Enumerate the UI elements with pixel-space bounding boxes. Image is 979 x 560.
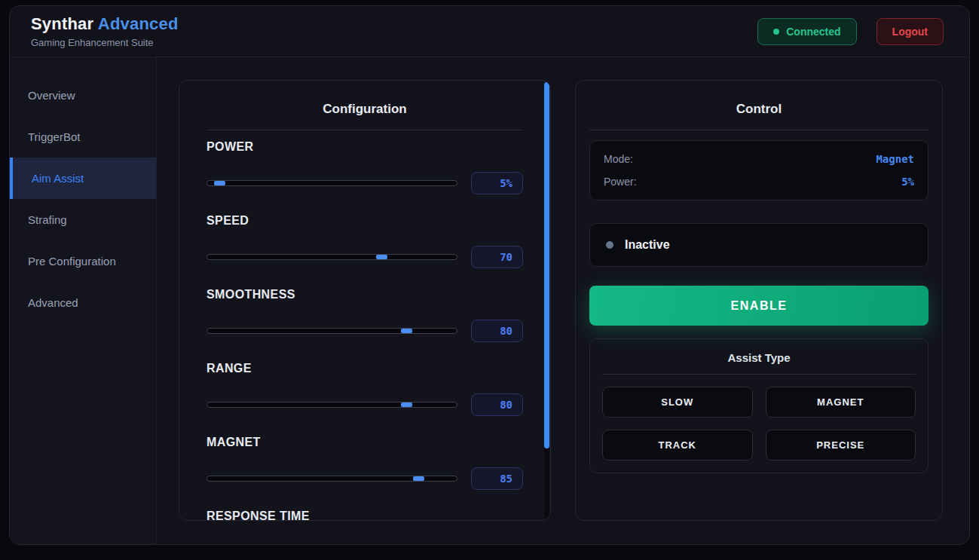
header: Synthar Advanced Gaming Enhancement Suit… xyxy=(10,6,969,57)
assist-type-title: Assist Type xyxy=(602,350,916,364)
slider-group: RANGE 80 xyxy=(207,362,523,416)
config-scrollbar-track[interactable] xyxy=(544,82,549,520)
slider-thumb[interactable] xyxy=(401,402,412,407)
logout-button[interactable]: Logout xyxy=(877,18,944,45)
info-row: Power: 5% xyxy=(604,176,914,188)
configuration-divider xyxy=(207,130,523,130)
connection-status-badge: Connected xyxy=(757,18,856,45)
slider-track[interactable] xyxy=(207,254,457,260)
assist-type-button[interactable]: SLOW xyxy=(602,387,753,418)
assist-type-button[interactable]: PRECISE xyxy=(766,430,916,461)
info-label: Power: xyxy=(604,176,637,188)
slider-group: RESPONSE TIME xyxy=(207,510,523,521)
configuration-title: Configuration xyxy=(207,81,523,117)
slider-row: 80 xyxy=(207,320,523,342)
app-window: Synthar Advanced Gaming Enhancement Suit… xyxy=(9,5,970,545)
slider-thumb[interactable] xyxy=(214,181,225,185)
assist-type-button[interactable]: MAGNET xyxy=(766,387,916,418)
sidebar-item[interactable]: TriggerBot xyxy=(10,116,156,158)
slider-track[interactable] xyxy=(207,402,457,408)
status-dot-icon xyxy=(606,241,613,249)
slider-list: POWER 5% SPEED xyxy=(207,140,523,521)
slider-group: SMOOTHNESS 80 xyxy=(207,288,523,342)
slider-label: POWER xyxy=(207,140,523,154)
sidebar-item[interactable]: Overview xyxy=(10,75,156,116)
slider-value-badge: 80 xyxy=(471,393,523,416)
slider-value-badge: 5% xyxy=(471,172,523,194)
slider-thumb[interactable] xyxy=(401,329,412,333)
slider-row: 85 xyxy=(207,467,523,490)
slider-group: MAGNET 85 xyxy=(207,436,523,490)
slider-track[interactable] xyxy=(207,476,457,482)
control-divider xyxy=(589,130,929,130)
status-text: Inactive xyxy=(625,238,670,252)
main-content: Configuration POWER 5% xyxy=(157,57,969,544)
info-value: 5% xyxy=(901,176,914,188)
sidebar-item[interactable]: Advanced xyxy=(10,282,156,323)
slider-group: POWER 5% xyxy=(207,140,523,194)
slider-label: MAGNET xyxy=(207,436,523,449)
slider-label: SPEED xyxy=(207,214,523,228)
title-block: Synthar Advanced Gaming Enhancement Suit… xyxy=(31,14,179,48)
sidebar: Overview TriggerBot Aim Assist Strafing … xyxy=(10,57,157,544)
assist-type-box: Assist Type SLOW MAGNET TRACK PRECISE xyxy=(589,338,929,473)
app-title: Synthar Advanced xyxy=(31,14,179,34)
sidebar-item[interactable]: Strafing xyxy=(10,199,156,240)
status-box: Inactive xyxy=(589,223,929,267)
assist-type-divider xyxy=(602,374,916,375)
info-value: Magnet xyxy=(876,153,914,165)
connection-dot-icon xyxy=(773,29,779,35)
app-title-primary: Synthar xyxy=(31,14,93,33)
control-panel: Control Mode: Magnet Power: 5% xyxy=(575,80,943,521)
slider-row: 5% xyxy=(207,172,523,194)
slider-track[interactable] xyxy=(207,180,457,186)
app-title-accent: Advanced xyxy=(98,14,179,33)
app-subtitle: Gaming Enhancement Suite xyxy=(31,37,179,48)
slider-value-badge: 80 xyxy=(471,320,523,342)
slider-track[interactable] xyxy=(207,328,457,334)
sidebar-item[interactable]: Pre Configuration xyxy=(10,240,156,282)
slider-value-badge: 70 xyxy=(471,246,523,268)
slider-row: 70 xyxy=(207,246,523,268)
header-actions: Connected Logout xyxy=(757,18,944,45)
assist-type-grid: SLOW MAGNET TRACK PRECISE xyxy=(602,387,916,461)
configuration-panel: Configuration POWER 5% xyxy=(179,80,551,521)
slider-row: 80 xyxy=(207,393,523,416)
slider-label: SMOOTHNESS xyxy=(207,288,523,301)
slider-group: SPEED 70 xyxy=(207,214,523,268)
mode-power-info-box: Mode: Magnet Power: 5% xyxy=(589,140,929,200)
config-scrollbar-thumb[interactable] xyxy=(544,82,549,448)
slider-label: RESPONSE TIME xyxy=(207,510,523,521)
info-row: Mode: Magnet xyxy=(604,153,914,165)
sidebar-item[interactable]: Aim Assist xyxy=(10,158,156,199)
control-title: Control xyxy=(589,81,929,117)
assist-type-button[interactable]: TRACK xyxy=(602,430,753,461)
slider-label: RANGE xyxy=(207,362,523,375)
info-label: Mode: xyxy=(604,153,633,165)
connection-status-label: Connected xyxy=(786,26,840,38)
app-body: Overview TriggerBot Aim Assist Strafing … xyxy=(10,57,969,544)
enable-button[interactable]: ENABLE xyxy=(589,286,929,326)
slider-thumb[interactable] xyxy=(413,476,424,481)
slider-thumb[interactable] xyxy=(376,255,387,259)
slider-value-badge: 85 xyxy=(471,467,523,490)
